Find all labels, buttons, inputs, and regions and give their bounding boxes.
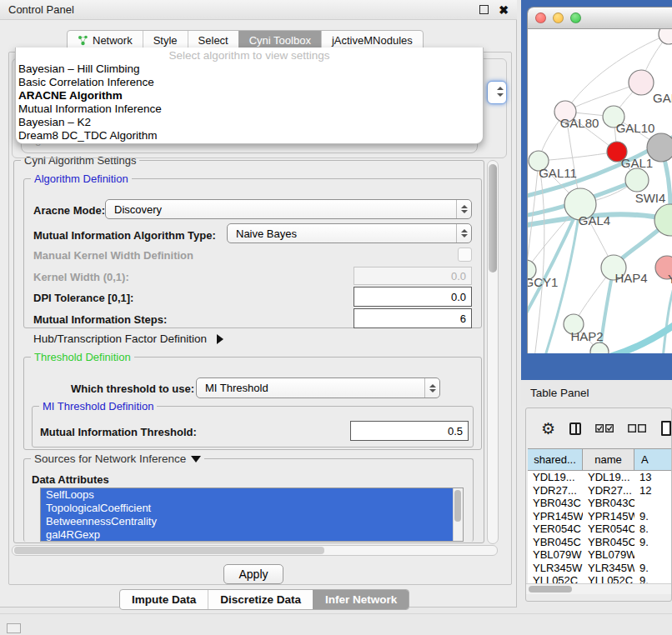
- settings-gear-icon[interactable]: ⚙: [541, 421, 555, 437]
- algorithm-option[interactable]: ARACNE Algorithm: [16, 89, 483, 102]
- node-label: GAL: [653, 91, 672, 105]
- network-canvas[interactable]: GALGAL80GAL10GAL1GAL11SWI4GAL4GCY1HAP4YH…: [528, 29, 672, 353]
- table-row[interactable]: YER054CYER054C8.: [528, 522, 672, 536]
- table-toolbar: ⚙: [526, 408, 671, 448]
- algorithm-option[interactable]: Dream8 DC_TDC Algorithm: [16, 129, 483, 142]
- tab-infer-network-label: Infer Network: [325, 593, 397, 606]
- table-cell: YDL19...: [583, 471, 634, 484]
- node-label: Y: [668, 272, 672, 286]
- table-cell: 9.: [634, 562, 672, 575]
- table-row[interactable]: YDR27...YDR27...12: [528, 484, 672, 498]
- table-header: shared... name A: [528, 448, 672, 471]
- table-cell: 13: [634, 471, 672, 484]
- algorithm-option[interactable]: Basic Correlation Inference: [16, 76, 483, 89]
- close-panel-icon[interactable]: ✖: [499, 4, 509, 16]
- table-cell: 9.: [634, 510, 672, 523]
- application-window: Control Panel ✖ Network Style Select Cyn…: [0, 0, 672, 635]
- table-row[interactable]: YDL19...YDL19...13: [528, 471, 672, 484]
- tab-impute-data[interactable]: Impute Data: [120, 590, 208, 609]
- new-table-icon[interactable]: [661, 421, 672, 436]
- algorithm-dropdown-placeholder: Select algorithm to view settings: [16, 49, 483, 62]
- table-horizontal-thumb[interactable]: [529, 586, 572, 592]
- node-table: shared... name A YDL19...YDL19...13YDR27…: [528, 448, 672, 587]
- table-cell: YBR045C: [528, 536, 583, 549]
- table-body: YDL19...YDL19...13YDR27...YDR27...12YBR0…: [528, 471, 672, 587]
- node-label: GAL80: [560, 116, 599, 130]
- table-panel-title: Table Panel: [530, 387, 589, 399]
- network-node[interactable]: [625, 168, 649, 192]
- algorithm-dropdown-list: Bayesian – Hill ClimbingBasic Correlatio…: [16, 62, 483, 142]
- table-cell: YPR145W: [583, 510, 634, 523]
- control-panel-title: Control Panel: [8, 3, 74, 16]
- table-row[interactable]: YLR345WYLR345W9.: [528, 562, 672, 575]
- table-row[interactable]: YBR045CYBR045C9.: [528, 536, 672, 549]
- algorithm-combobox-stub[interactable]: [487, 81, 507, 104]
- deselect-all-icon[interactable]: [628, 423, 646, 433]
- stepper-up-icon: [497, 87, 504, 90]
- select-all-icon[interactable]: [595, 423, 614, 433]
- zoom-window-icon[interactable]: [570, 12, 581, 23]
- column-header-partial[interactable]: A: [634, 449, 672, 470]
- tab-cyni-toolbox-label: Cyni Toolbox: [249, 34, 311, 47]
- table-cell: YDR27...: [528, 484, 583, 498]
- bottom-tabs: Impute Data Discretize Data Infer Networ…: [119, 589, 409, 610]
- network-node[interactable]: [590, 342, 609, 353]
- node-label: GAL4: [579, 213, 610, 228]
- network-graph[interactable]: GALGAL80GAL10GAL1GAL11SWI4GAL4GCY1HAP4YH…: [528, 29, 672, 353]
- node-label: GCY1: [528, 275, 558, 289]
- table-cell: YLR345W: [528, 562, 583, 575]
- network-edge[interactable]: [601, 322, 672, 353]
- tab-network-label: Network: [93, 34, 133, 47]
- node-label: GAL10: [616, 121, 655, 135]
- table-row[interactable]: YBL079WYBL079W: [528, 548, 672, 562]
- table-panel-titlebar: Table Panel: [521, 380, 672, 406]
- tab-discretize-data[interactable]: Discretize Data: [208, 590, 313, 609]
- float-panel-icon[interactable]: [479, 5, 489, 14]
- status-strip: [0, 613, 672, 635]
- network-window-titlebar[interactable]: [528, 8, 672, 29]
- network-edge[interactable]: [663, 276, 672, 353]
- collapsed-panel-icon[interactable]: [7, 623, 21, 633]
- table-cell: YER054C: [528, 522, 583, 536]
- control-panel-titlebar: Control Panel ✖: [0, 0, 517, 20]
- table-panel-body: ⚙ shared... name A YDL19...YDL19...13YDR…: [525, 408, 672, 602]
- minimize-window-icon[interactable]: [553, 12, 564, 23]
- table-horizontal-scrollbar[interactable]: [526, 583, 671, 594]
- node-label: SWI4: [635, 191, 666, 205]
- table-cell: YBR043C: [583, 497, 634, 510]
- table-cell: YPR145W: [528, 510, 583, 523]
- table-cell: YDL19...: [528, 471, 583, 484]
- table-row[interactable]: YPR145WYPR145W9.: [528, 510, 672, 523]
- column-header-shared[interactable]: shared...: [528, 449, 583, 470]
- network-icon: [78, 35, 88, 46]
- table-row[interactable]: YBR043CYBR043C: [528, 497, 672, 510]
- algorithm-option[interactable]: Mutual Information Inference: [16, 102, 483, 116]
- node-label: HAP2: [570, 329, 603, 343]
- algorithm-option[interactable]: Bayesian – K2: [16, 116, 483, 129]
- table-cell: YBR045C: [583, 536, 634, 549]
- table-cell: 9.: [634, 536, 672, 549]
- tab-style-label: Style: [153, 34, 178, 47]
- column-layout-icon[interactable]: [569, 422, 581, 435]
- table-cell: YBR043C: [528, 497, 583, 510]
- table-cell: YBL079W: [583, 548, 634, 562]
- table-cell: 12: [634, 484, 672, 498]
- network-node[interactable]: [659, 29, 672, 44]
- tab-select-label: Select: [198, 34, 228, 47]
- tab-infer-network[interactable]: Infer Network: [313, 590, 409, 609]
- node-label: GAL11: [539, 166, 577, 180]
- network-edge[interactable]: [539, 152, 617, 161]
- table-cell: [634, 497, 672, 510]
- algorithm-option[interactable]: Bayesian – Hill Climbing: [16, 62, 483, 76]
- tab-jactivemnodules-label: jActiveMNodules: [332, 34, 413, 47]
- network-node[interactable]: [629, 70, 654, 95]
- table-cell: 8.: [634, 522, 672, 536]
- algorithm-dropdown-popup: Select algorithm to view settings Bayesi…: [15, 48, 484, 144]
- table-cell: YBL079W: [528, 548, 583, 562]
- column-header-name[interactable]: name: [583, 449, 634, 470]
- network-view-window: GALGAL80GAL10GAL1GAL11SWI4GAL4GCY1HAP4YH…: [527, 7, 672, 353]
- table-cell: YLR345W: [583, 562, 634, 575]
- close-window-icon[interactable]: [535, 12, 546, 23]
- node-label: HAP4: [614, 271, 647, 285]
- tab-impute-data-label: Impute Data: [132, 593, 196, 606]
